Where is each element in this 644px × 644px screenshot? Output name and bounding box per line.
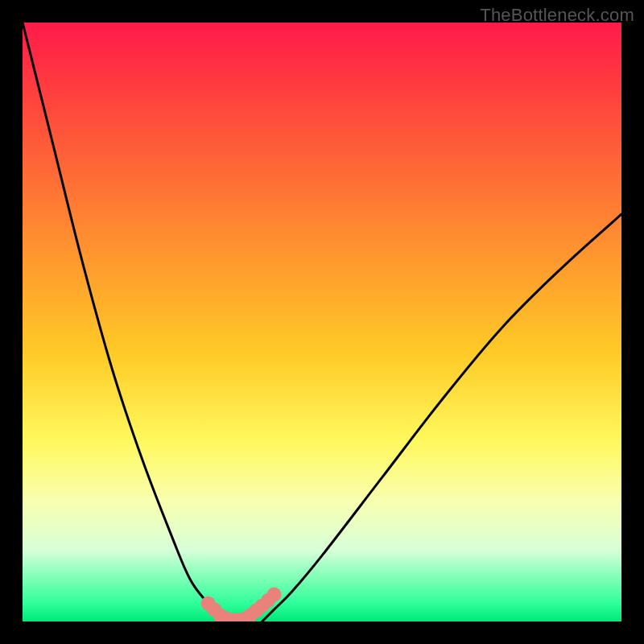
chart-series-layer [23,23,621,621]
marker-bottom-connector [225,613,239,621]
series-left-curve [23,23,232,621]
outer-frame: TheBottleneck.com [0,0,644,644]
marker-bottom-connector [266,588,281,602]
marker-bottom-connector [201,597,216,611]
series-bottom-connector [208,595,275,621]
marker-bottom-connector [237,612,251,621]
marker-bottom-connector [243,609,258,621]
marker-bottom-connector [261,593,275,608]
marker-bottom-connector [207,602,221,617]
marker-bottom-connector [213,609,228,621]
chart-svg [23,23,621,621]
marker-bottom-connector [255,599,270,613]
marker-bottom-connector [231,613,246,621]
series-right-curve [262,214,621,621]
marker-bottom-connector [219,611,233,621]
chart-plot-area [23,23,621,621]
marker-bottom-connector [249,604,263,618]
